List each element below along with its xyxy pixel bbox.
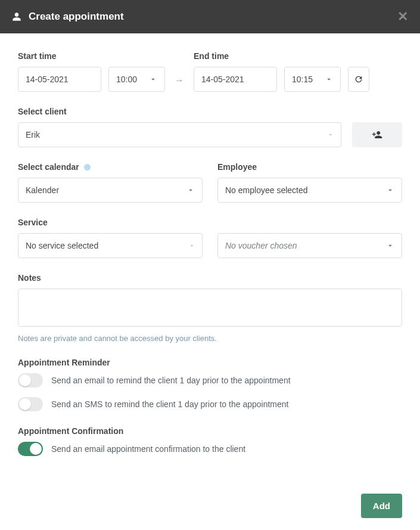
notes-label: Notes: [18, 273, 402, 283]
reminder-email-text: Send an email to remind the client 1 day…: [51, 376, 291, 385]
reminder-label: Appointment Reminder: [18, 358, 402, 367]
client-select[interactable]: Erik: [18, 122, 341, 147]
voucher-select[interactable]: No voucher chosen: [217, 233, 402, 258]
chevron-down-icon: [325, 75, 333, 83]
service-select[interactable]: No service selected: [18, 233, 203, 258]
employee-select[interactable]: No employee selected: [217, 178, 402, 203]
refresh-button[interactable]: [348, 67, 369, 92]
start-date-input[interactable]: 14-05-2021: [18, 67, 101, 92]
start-time-value: 10:00: [116, 75, 137, 84]
client-label: Select client: [18, 107, 402, 116]
modal-body: Start time 14-05-2021 10:00 → End time: [0, 33, 420, 494]
modal-title: Create appointment: [29, 11, 124, 23]
calendar-label: Select calendar: [18, 162, 203, 172]
end-time-select[interactable]: 10:15: [284, 67, 341, 92]
person-icon: [12, 12, 21, 21]
add-client-button[interactable]: [352, 122, 402, 147]
arrow-right-icon: →: [172, 75, 186, 92]
add-button[interactable]: Add: [361, 494, 402, 518]
notes-help-text: Notes are private and cannot be accessed…: [18, 334, 402, 343]
calendar-value: Kalender: [26, 185, 59, 195]
voucher-placeholder: No voucher chosen: [225, 241, 297, 250]
service-label: Service: [18, 218, 402, 227]
end-date-input[interactable]: 14-05-2021: [194, 67, 277, 92]
chevron-down-icon: [186, 186, 195, 194]
caret-down-icon: [189, 243, 195, 249]
close-icon[interactable]: ✕: [397, 9, 408, 24]
chevron-down-icon: [386, 241, 394, 250]
calendar-select[interactable]: Kalender: [18, 178, 203, 203]
caret-down-icon: [328, 132, 334, 138]
modal-footer: Add: [0, 494, 420, 530]
refresh-icon: [354, 75, 363, 84]
chevron-down-icon: [149, 75, 157, 83]
client-value: Erik: [26, 130, 40, 140]
end-time-value: 10:15: [292, 75, 313, 84]
create-appointment-modal: Create appointment ✕ Start time 14-05-20…: [0, 0, 420, 530]
start-time-label: Start time: [18, 51, 165, 61]
confirmation-label: Appointment Confirmation: [18, 426, 402, 436]
reminder-email-toggle[interactable]: [18, 373, 43, 388]
start-time-select[interactable]: 10:00: [108, 67, 165, 92]
chevron-down-icon: [386, 186, 394, 194]
confirmation-toggle[interactable]: [18, 442, 43, 456]
service-value: No service selected: [26, 241, 98, 250]
modal-header: Create appointment ✕: [0, 0, 420, 33]
confirmation-text: Send an email appointment confirmation t…: [51, 444, 245, 454]
notes-textarea[interactable]: [18, 289, 402, 327]
end-date-value: 14-05-2021: [201, 75, 244, 84]
calendar-color-dot: [84, 164, 91, 171]
reminder-sms-text: Send an SMS to remind the client 1 day p…: [51, 399, 288, 409]
add-person-icon: [372, 129, 382, 140]
end-time-label: End time: [194, 51, 369, 61]
employee-label: Employee: [217, 162, 402, 172]
reminder-sms-toggle[interactable]: [18, 397, 43, 411]
employee-value: No employee selected: [225, 185, 308, 195]
start-date-value: 14-05-2021: [26, 75, 69, 84]
